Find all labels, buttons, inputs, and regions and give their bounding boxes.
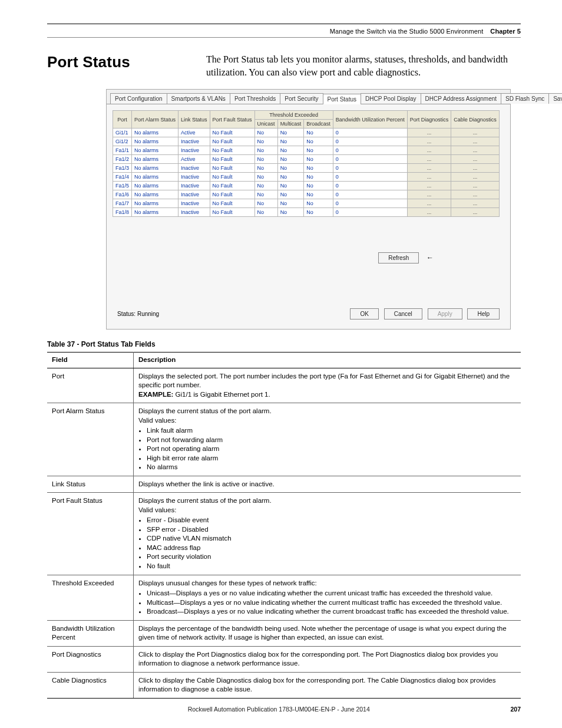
field-description: Displays unusual changes for these types… (134, 575, 521, 620)
publication-footer: Rockwell Automation Publication 1783-UM0… (47, 706, 510, 713)
tab-port-thresholds[interactable]: Port Thresholds (230, 93, 280, 104)
port-diagnostics-button[interactable]: ... (407, 208, 451, 217)
table-row: Fa1/3No alarmsInactiveNo FaultNoNoNo0...… (113, 164, 500, 173)
page-title: Port Status (47, 53, 189, 71)
cable-diagnostics-button[interactable]: ... (451, 199, 500, 208)
intro-text: The Port Status tab lets you monitor ala… (206, 53, 521, 78)
col-cable-diag: Cable Diagnostics (451, 111, 500, 129)
port-status-dialog: Port ConfigurationSmartports & VLANsPort… (106, 89, 511, 330)
field-name: Bandwidth Utilization Percent (47, 620, 134, 646)
col-unicast: Unicast (254, 120, 277, 129)
port-diagnostics-button[interactable]: ... (407, 137, 451, 146)
field-name: Port Alarm Status (47, 403, 134, 476)
table-row: Fa1/6No alarmsInactiveNo FaultNoNoNo0...… (113, 190, 500, 199)
status-label: Status: Running (117, 311, 159, 317)
tab-sd-flash-sync[interactable]: SD Flash Sync (501, 93, 549, 104)
page-number: 207 (510, 706, 521, 713)
port-diagnostics-button[interactable]: ... (407, 199, 451, 208)
th-field: Field (47, 353, 134, 368)
tab-port-security[interactable]: Port Security (280, 93, 323, 104)
field-name: Port (47, 368, 134, 403)
table-row: Gi1/2No alarmsInactiveNo FaultNoNoNo0...… (113, 137, 500, 146)
back-arrow-icon: ← (427, 253, 434, 262)
port-diagnostics-button[interactable]: ... (407, 164, 451, 173)
tab-strip: Port ConfigurationSmartports & VLANsPort… (107, 90, 510, 104)
field-description: Displays the current status of the port … (134, 403, 521, 476)
field-name: Cable Diagnostics (47, 672, 134, 698)
table-row: Threshold ExceededDisplays unusual chang… (47, 575, 521, 620)
cable-diagnostics-button[interactable]: ... (451, 129, 500, 137)
table-row: Fa1/5No alarmsInactiveNo FaultNoNoNo0...… (113, 182, 500, 190)
th-description: Description (134, 353, 521, 368)
port-diagnostics-button[interactable]: ... (407, 129, 451, 137)
ok-button[interactable]: OK (350, 308, 378, 319)
table-row: PortDisplays the selected port. The port… (47, 368, 521, 403)
table-row: Bandwidth Utilization PercentDisplays th… (47, 620, 521, 646)
cable-diagnostics-button[interactable]: ... (451, 182, 500, 190)
table-row: Gi1/1No alarmsActiveNo FaultNoNoNo0.....… (113, 129, 500, 137)
field-description: Displays the current status of the port … (134, 493, 521, 575)
port-diagnostics-button[interactable]: ... (407, 146, 451, 155)
col-link-status: Link Status (178, 111, 210, 129)
col-bandwidth: Bandwidth Utilization Percent (333, 111, 407, 129)
field-description: Click to display the Port Diagnostics di… (134, 646, 521, 672)
col-port-diag: Port Diagnostics (407, 111, 451, 129)
port-diagnostics-button[interactable]: ... (407, 190, 451, 199)
col-broadcast: Broadcast (304, 120, 333, 129)
port-status-grid: Port Port Alarm Status Link Status Port … (113, 110, 500, 217)
table-row: Fa1/7No alarmsInactiveNo FaultNoNoNo0...… (113, 199, 500, 208)
field-description: Click to display the Cable Diagnostics d… (134, 672, 521, 698)
table-row: Port DiagnosticsClick to display the Por… (47, 646, 521, 672)
col-threshold: Threshold Exceeded (254, 111, 333, 120)
cable-diagnostics-button[interactable]: ... (451, 190, 500, 199)
table-row: Link StatusDisplays whether the link is … (47, 476, 521, 493)
tab-smartports-vlans[interactable]: Smartports & VLANs (167, 93, 230, 104)
field-name: Port Diagnostics (47, 646, 134, 672)
apply-button[interactable]: Apply (428, 308, 462, 319)
cable-diagnostics-button[interactable]: ... (451, 164, 500, 173)
table-row: Port Alarm StatusDisplays the current st… (47, 403, 521, 476)
breadcrumb: Manage the Switch via the Studio 5000 En… (330, 28, 484, 35)
cable-diagnostics-button[interactable]: ... (451, 137, 500, 146)
table-row: Fa1/1No alarmsInactiveNo FaultNoNoNo0...… (113, 146, 500, 155)
table-row: Fa1/4No alarmsInactiveNo FaultNoNoNo0...… (113, 173, 500, 182)
tab-port-status[interactable]: Port Status (323, 94, 361, 104)
col-port-alarm: Port Alarm Status (132, 111, 178, 129)
field-description: Displays the percentage of the bandwidth… (134, 620, 521, 646)
table-row: Port Fault StatusDisplays the current st… (47, 493, 521, 575)
cable-diagnostics-button[interactable]: ... (451, 146, 500, 155)
field-description: Displays whether the link is active or i… (134, 476, 521, 493)
table-row: Fa1/8No alarmsInactiveNo FaultNoNoNo0...… (113, 208, 500, 217)
tab-port-configuration[interactable]: Port Configuration (110, 93, 167, 104)
tab-dhcp-pool-display[interactable]: DHCP Pool Display (361, 93, 421, 104)
table-row: Cable DiagnosticsClick to display the Ca… (47, 672, 521, 698)
field-name: Link Status (47, 476, 134, 493)
col-multicast: Multicast (277, 120, 304, 129)
port-diagnostics-button[interactable]: ... (407, 173, 451, 182)
tab-dhcp-address-assignment[interactable]: DHCP Address Assignment (421, 93, 502, 104)
table-row: Fa1/2No alarmsActiveNo FaultNoNoNo0.....… (113, 155, 500, 164)
field-name: Port Fault Status (47, 493, 134, 575)
cable-diagnostics-button[interactable]: ... (451, 155, 500, 164)
tab-save-restore[interactable]: Save/Restore (548, 93, 562, 104)
port-diagnostics-button[interactable]: ... (407, 182, 451, 190)
col-port-fault: Port Fault Status (210, 111, 254, 129)
field-name: Threshold Exceeded (47, 575, 134, 620)
port-diagnostics-button[interactable]: ... (407, 155, 451, 164)
cancel-button[interactable]: Cancel (384, 308, 422, 319)
field-description: Displays the selected port. The port num… (134, 368, 521, 403)
table-caption: Table 37 - Port Status Tab Fields (47, 340, 521, 348)
col-port: Port (113, 111, 132, 129)
help-button[interactable]: Help (467, 308, 500, 319)
chapter-label: Chapter 5 (490, 28, 521, 35)
field-description-table: Field Description PortDisplays the selec… (47, 352, 521, 698)
cable-diagnostics-button[interactable]: ... (451, 173, 500, 182)
refresh-button[interactable]: Refresh (378, 252, 419, 263)
cable-diagnostics-button[interactable]: ... (451, 208, 500, 217)
